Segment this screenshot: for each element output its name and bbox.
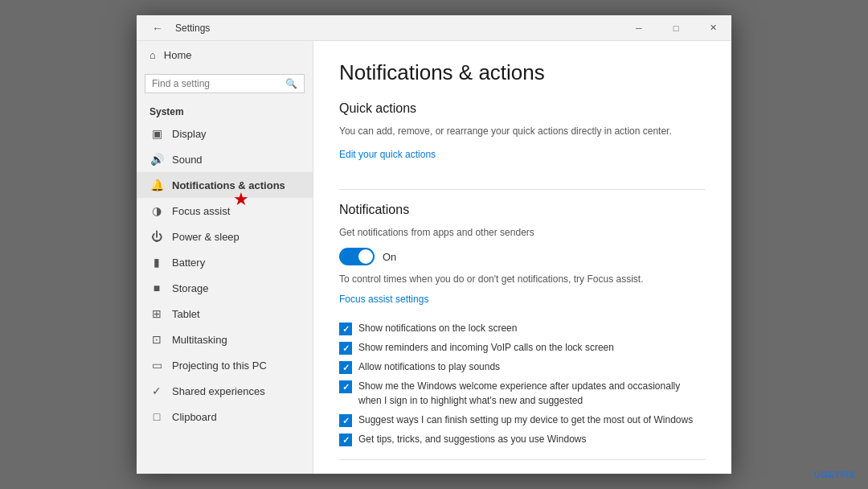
search-input[interactable]: [152, 78, 285, 89]
window-controls: ─ □ ✕: [620, 15, 731, 41]
checkbox-label-3: Show me the Windows welcome experience a…: [358, 379, 706, 408]
search-box: 🔍: [145, 74, 305, 93]
sidebar-item-label: Storage: [172, 282, 209, 294]
shared-icon: ✓: [149, 384, 164, 397]
sidebar-item-label: Projecting to this PC: [172, 360, 267, 372]
sidebar-item-label: Power & sleep: [172, 231, 240, 243]
checkbox-tips[interactable]: [339, 434, 352, 446]
search-icon[interactable]: 🔍: [285, 78, 297, 89]
checkbox-label-0: Show notifications on the lock screen: [358, 321, 517, 335]
checkbox-row-3: Show me the Windows welcome experience a…: [339, 379, 706, 408]
quick-actions-desc: You can add, remove, or rearrange your q…: [339, 124, 706, 138]
sidebar: ⌂ Home 🔍 System ▣ Display 🔊 Sound 🔔: [137, 41, 313, 474]
watermark: UGETFIX: [814, 470, 855, 479]
sidebar-item-label: Sound: [172, 154, 203, 166]
sound-icon: 🔊: [149, 153, 164, 166]
checkbox-row-5: Get tips, tricks, and suggestions as you…: [339, 432, 706, 446]
checkbox-label-1: Show reminders and incoming VoIP calls o…: [358, 340, 614, 355]
sidebar-section-system: System: [137, 101, 313, 121]
sidebar-item-label: Tablet: [172, 308, 200, 320]
notifications-icon: 🔔: [149, 179, 164, 191]
notifications-toggle-row: On: [339, 248, 706, 265]
main-content: Notifications & actions Quick actions Yo…: [313, 41, 731, 474]
title-bar: ← Settings ─ □ ✕: [137, 15, 731, 41]
checkbox-label-5: Get tips, tricks, and suggestions as you…: [358, 432, 586, 446]
quick-actions-title: Quick actions: [339, 101, 706, 116]
checkbox-row-4: Suggest ways I can finish setting up my …: [339, 413, 706, 427]
title-bar-left: ← Settings: [146, 17, 210, 39]
sidebar-item-tablet[interactable]: ⊞ Tablet: [137, 301, 313, 327]
sidebar-item-label: Notifications & actions: [172, 179, 285, 191]
checkbox-suggest-setup[interactable]: [339, 414, 352, 427]
sidebar-item-label: Display: [172, 128, 207, 140]
checkbox-label-2: Allow notifications to play sounds: [358, 360, 500, 374]
projecting-icon: ▭: [149, 359, 164, 372]
toggle-on-label: On: [383, 251, 396, 263]
sidebar-item-label: Multitasking: [172, 334, 227, 346]
sidebar-item-projecting[interactable]: ▭ Projecting to this PC: [137, 352, 313, 378]
get-notifications-label: Get notifications from apps and other se…: [339, 225, 706, 240]
clipboard-icon: □: [149, 410, 164, 423]
sidebar-item-power[interactable]: ⏻ Power & sleep: [137, 224, 313, 249]
sidebar-item-focus[interactable]: ◑ Focus assist: [137, 198, 313, 224]
checkbox-sounds[interactable]: [339, 361, 352, 374]
maximize-button[interactable]: □: [657, 15, 694, 41]
checkbox-lock-screen[interactable]: [339, 323, 352, 335]
battery-icon: ▮: [149, 256, 164, 269]
divider-1: [339, 189, 706, 190]
back-button[interactable]: ←: [146, 17, 169, 39]
edit-quick-actions-link[interactable]: Edit your quick actions: [339, 149, 436, 160]
tablet-icon: ⊞: [149, 307, 164, 320]
sidebar-item-clipboard[interactable]: □ Clipboard: [137, 404, 313, 429]
notifications-title: Notifications: [339, 203, 706, 217]
get-senders-title: Get notifications from these senders: [339, 473, 706, 474]
notifications-toggle[interactable]: [339, 248, 375, 265]
power-icon: ⏻: [149, 230, 164, 243]
sidebar-item-home[interactable]: ⌂ Home: [137, 41, 313, 69]
divider-2: [339, 459, 706, 460]
window-body: ⌂ Home 🔍 System ▣ Display 🔊 Sound 🔔: [137, 41, 731, 474]
sidebar-item-notifications[interactable]: 🔔 Notifications & actions: [137, 172, 313, 198]
sidebar-item-label: Clipboard: [172, 411, 217, 423]
focus-assist-link[interactable]: Focus assist settings: [339, 294, 428, 305]
page-title: Notifications & actions: [339, 60, 706, 85]
sidebar-item-multitasking[interactable]: ⊡ Multitasking: [137, 327, 313, 352]
sidebar-item-display[interactable]: ▣ Display: [137, 121, 313, 146]
checkbox-row-0: Show notifications on the lock screen: [339, 321, 706, 335]
focus-assist-text: To control times when you do or don't ge…: [339, 272, 706, 286]
home-label: Home: [164, 49, 192, 61]
settings-window: ← Settings ─ □ ✕ ⌂ Home 🔍 Syste: [137, 15, 731, 474]
window-title: Settings: [175, 23, 210, 34]
display-icon: ▣: [149, 127, 164, 140]
checkbox-row-1: Show reminders and incoming VoIP calls o…: [339, 340, 706, 355]
sidebar-item-shared[interactable]: ✓ Shared experiences: [137, 378, 313, 404]
checkbox-voip[interactable]: [339, 342, 352, 355]
sidebar-item-sound[interactable]: 🔊 Sound: [137, 146, 313, 172]
sidebar-item-battery[interactable]: ▮ Battery: [137, 249, 313, 275]
sidebar-item-label: Focus assist: [172, 205, 230, 217]
sidebar-item-storage[interactable]: ■ Storage: [137, 275, 313, 301]
multitasking-icon: ⊡: [149, 333, 164, 346]
desktop-background: ← Settings ─ □ ✕ ⌂ Home 🔍 Syste: [0, 0, 868, 489]
storage-icon: ■: [149, 281, 164, 294]
sidebar-item-label: Battery: [172, 257, 205, 269]
home-icon: ⌂: [149, 49, 156, 61]
minimize-button[interactable]: ─: [620, 15, 657, 41]
checkbox-welcome[interactable]: [339, 380, 352, 393]
sidebar-item-label: Shared experiences: [172, 385, 265, 397]
checkbox-row-2: Allow notifications to play sounds: [339, 360, 706, 374]
close-button[interactable]: ✕: [694, 15, 731, 41]
focus-icon: ◑: [149, 204, 164, 217]
checkbox-label-4: Suggest ways I can finish setting up my …: [358, 413, 693, 427]
